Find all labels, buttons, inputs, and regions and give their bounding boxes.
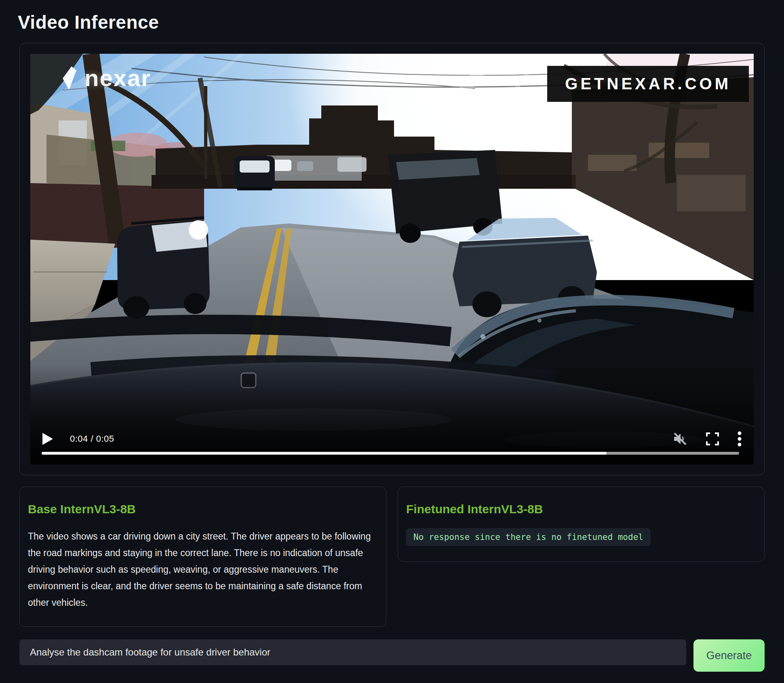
- parked-suv-left: [117, 217, 210, 319]
- dashcam-video-frame: [30, 54, 754, 464]
- kebab-menu-icon: [738, 431, 742, 447]
- play-button[interactable]: [42, 433, 53, 445]
- controls-gradient: [30, 365, 754, 464]
- nexar-watermark: nexar: [62, 64, 151, 91]
- video-controls: 0:04 / 0:05: [42, 431, 742, 447]
- base-result-title: Base InternVL3-8B: [28, 502, 378, 516]
- generate-button[interactable]: Generate: [693, 639, 765, 672]
- finetuned-result-card: Finetuned InternVL3-8B No response since…: [398, 487, 765, 562]
- base-result-card: Base InternVL3-8B The video shows a car …: [19, 487, 386, 627]
- mute-button[interactable]: [673, 432, 687, 446]
- getnexar-badge: GETNEXAR.COM: [547, 66, 749, 102]
- distant-street: [267, 156, 367, 181]
- lead-suv: [234, 156, 275, 190]
- page-title: Video Inference: [18, 11, 784, 33]
- fullscreen-icon: [706, 432, 719, 445]
- video-card: nexar GETNEXAR.COM 0:04 / 0:05: [19, 43, 765, 475]
- prompt-input[interactable]: [19, 639, 686, 665]
- muted-speaker-icon: [673, 432, 687, 446]
- results-panels: Base InternVL3-8B The video shows a car …: [19, 487, 765, 627]
- progress-played: [42, 452, 607, 455]
- base-result-text: The video shows a car driving down a cit…: [28, 528, 378, 611]
- nexar-logo-icon: [62, 65, 78, 91]
- progress-bar[interactable]: [42, 452, 739, 455]
- time-display: 0:04 / 0:05: [70, 434, 114, 444]
- prompt-row: Generate: [19, 639, 765, 672]
- video-player[interactable]: nexar GETNEXAR.COM 0:04 / 0:05: [30, 54, 754, 464]
- nexar-watermark-text: nexar: [84, 64, 151, 91]
- menu-button[interactable]: [738, 431, 742, 447]
- fullscreen-button[interactable]: [706, 432, 719, 445]
- finetuned-result-message: No response since there is no finetuned …: [406, 528, 651, 546]
- finetuned-result-title: Finetuned InternVL3-8B: [406, 502, 756, 516]
